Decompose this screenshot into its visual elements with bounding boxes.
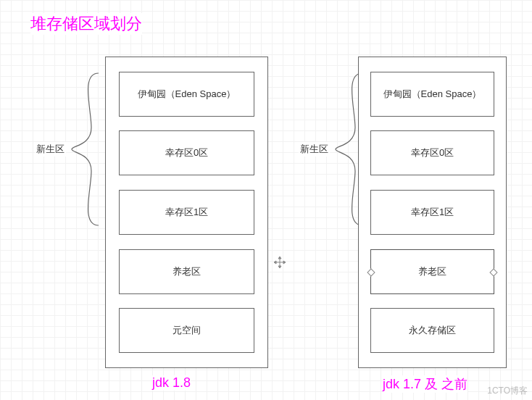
cell-metaspace: 元空间 [119,308,254,353]
svg-marker-4 [274,261,276,264]
cell-eden: 伊甸园（Eden Space） [119,72,254,117]
cell-old-selected[interactable]: 养老区 [370,249,494,294]
move-handle-icon[interactable] [273,255,287,270]
caption-jdk17: jdk 1.7 及 之前 [383,375,467,393]
cell-survivor0: 幸存区0区 [370,130,494,175]
cell-survivor1: 幸存区1区 [119,190,254,235]
brace-group-left: 新生区 [35,70,102,229]
container-jdk17: 伊甸园（Eden Space） 幸存区0区 幸存区1区 养老区 永久存储区 [358,57,507,368]
svg-marker-3 [278,266,281,268]
brace-label-right: 新生区 [299,142,330,157]
container-jdk18: 伊甸园（Eden Space） 幸存区0区 幸存区1区 养老区 元空间 [105,57,268,368]
curly-brace-icon [66,70,102,229]
watermark: 1CTO博客 [487,385,528,397]
brace-group-right: 新生区 [299,70,366,229]
cell-eden: 伊甸园（Eden Space） [370,72,494,117]
diagram-title: 堆存储区域划分 [30,13,142,35]
cell-survivor0: 幸存区0区 [119,130,254,175]
brace-label-left: 新生区 [35,142,66,157]
cell-survivor1: 幸存区1区 [370,190,494,235]
cell-old: 养老区 [119,249,254,294]
caption-jdk18: jdk 1.8 [152,375,191,391]
cell-permgen: 永久存储区 [370,308,494,353]
svg-marker-2 [278,257,281,259]
svg-marker-5 [283,261,286,264]
